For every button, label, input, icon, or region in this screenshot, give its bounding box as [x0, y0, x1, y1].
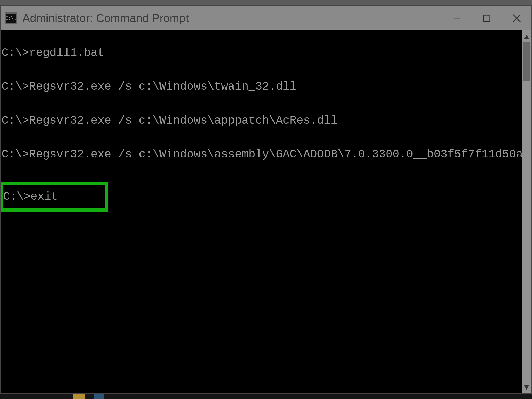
window-title: Administrator: Command Prompt: [22, 12, 442, 25]
taskbar-item[interactable]: [94, 394, 104, 399]
terminal-line: C:\>Regsvr32.exe /s c:\Windows\assembly\…: [2, 148, 521, 161]
minimize-icon: [453, 14, 461, 23]
cmd-icon: C:\.: [5, 12, 17, 24]
terminal-line: C:\>Regsvr32.exe /s c:\Windows\twain_32.…: [2, 80, 521, 93]
scroll-up-button[interactable]: ▲: [522, 30, 531, 42]
taskbar-sliver: [0, 394, 532, 399]
scroll-track[interactable]: [522, 42, 531, 381]
scroll-thumb[interactable]: [523, 42, 530, 81]
maximize-button[interactable]: [472, 6, 502, 30]
maximize-icon: [482, 14, 491, 23]
highlighted-exit-command: C:\>exit: [1, 182, 108, 212]
taskbar-item[interactable]: [73, 394, 85, 399]
minimize-button[interactable]: [442, 6, 472, 30]
terminal-line: C:\>regdll1.bat: [2, 46, 521, 59]
close-button[interactable]: [502, 6, 531, 30]
client-area: C:\>regdll1.batC:\>Regsvr32.exe /s c:\Wi…: [1, 30, 531, 393]
vertical-scrollbar[interactable]: ▲ ▼: [522, 30, 531, 393]
titlebar[interactable]: C:\. Administrator: Command Prompt: [1, 6, 531, 30]
svg-rect-1: [484, 15, 490, 21]
terminal-line: C:\>Regsvr32.exe /s c:\Windows\apppatch\…: [2, 114, 521, 127]
scroll-down-button[interactable]: ▼: [522, 381, 531, 393]
window-controls: [442, 6, 531, 30]
terminal-output[interactable]: C:\>regdll1.batC:\>Regsvr32.exe /s c:\Wi…: [1, 30, 522, 393]
cmd-icon-label: C:\.: [5, 16, 16, 21]
close-icon: [511, 13, 522, 23]
command-prompt-window: C:\. Administrator: Command Prompt C:\>r…: [0, 5, 532, 394]
